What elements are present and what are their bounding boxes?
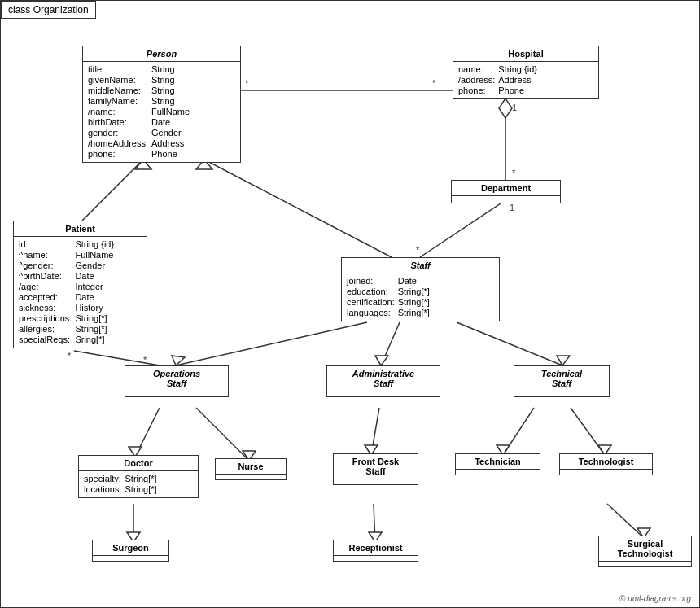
svg-text:1: 1 [510,203,514,212]
svg-line-25 [196,408,249,461]
receptionist-class: Receptionist [333,540,418,562]
svg-marker-22 [557,356,570,365]
svg-marker-4 [499,98,512,118]
surgical-tech-header: SurgicalTechnologist [599,536,691,562]
svg-line-31 [571,408,605,455]
hospital-body: name:String {id} /address:Address phone:… [453,62,598,98]
svg-text:*: * [416,245,420,255]
svg-text:*: * [68,351,72,361]
svg-line-29 [503,408,534,455]
nurse-header: Nurse [216,459,286,475]
staff-header: Staff [342,258,499,273]
svg-line-7 [420,200,505,257]
doctor-header: Doctor [79,456,198,471]
svg-text:*: * [512,168,516,177]
hospital-class: Hospital name:String {id} /address:Addre… [453,46,599,99]
diagram-container: class Organization * * 1 * 1 * * * [0,0,700,608]
department-class: Department [451,180,561,203]
svg-marker-20 [375,356,388,365]
operations-staff-class: OperationsStaff [125,365,229,397]
svg-line-37 [607,504,644,538]
patient-header: Patient [14,221,147,237]
operations-staff-header: OperationsStaff [125,366,228,391]
doctor-class: Doctor specialty:String[*] locations:Str… [78,455,199,498]
svg-line-14 [74,351,160,365]
admin-staff-header: AdministrativeStaff [327,366,440,391]
staff-class: Staff joined:Date education:String[*] ce… [341,257,500,321]
hospital-header: Hospital [453,46,598,62]
svg-line-10 [82,160,143,221]
svg-line-19 [381,322,400,365]
svg-line-12 [204,160,392,257]
svg-line-21 [457,322,562,365]
svg-text:*: * [432,78,436,88]
technologist-class: Technologist [559,453,653,475]
administrative-staff-class: AdministrativeStaff [326,365,440,397]
technical-staff-header: TechnicalStaff [514,366,609,391]
staff-body: joined:Date education:String[*] certific… [342,273,499,321]
svg-line-17 [176,322,367,365]
nurse-class: Nurse [215,458,287,480]
surgical-technologist-class: SurgicalTechnologist [598,536,692,567]
patient-class: Patient id:String {id} ^name:FullName ^g… [13,221,147,348]
svg-line-23 [135,408,160,457]
svg-marker-18 [172,356,185,365]
doctor-body: specialty:String[*] locations:String[*] [79,471,198,497]
svg-text:1: 1 [512,103,517,112]
person-header: Person [83,46,240,62]
technician-header: Technician [456,454,540,470]
svg-text:*: * [245,78,249,88]
front-desk-class: Front DeskStaff [333,453,418,485]
person-body: title:String givenName:String middleName… [83,62,240,162]
svg-line-27 [371,408,379,455]
diagram-title: class Organization [1,1,96,19]
technical-staff-class: TechnicalStaff [514,365,610,397]
surgeon-header: Surgeon [93,540,168,556]
department-header: Department [452,181,560,196]
patient-body: id:String {id} ^name:FullName ^gender:Ge… [14,237,147,348]
front-desk-header: Front DeskStaff [334,454,418,479]
surgeon-class: Surgeon [92,540,169,562]
technologist-header: Technologist [560,454,652,470]
technician-class: Technician [455,453,540,475]
copyright: © uml-diagrams.org [619,594,691,603]
svg-line-35 [374,504,375,542]
svg-text:*: * [143,355,147,365]
person-class: Person title:String givenName:String mid… [82,46,241,163]
department-body [452,196,560,203]
receptionist-header: Receptionist [334,540,418,556]
